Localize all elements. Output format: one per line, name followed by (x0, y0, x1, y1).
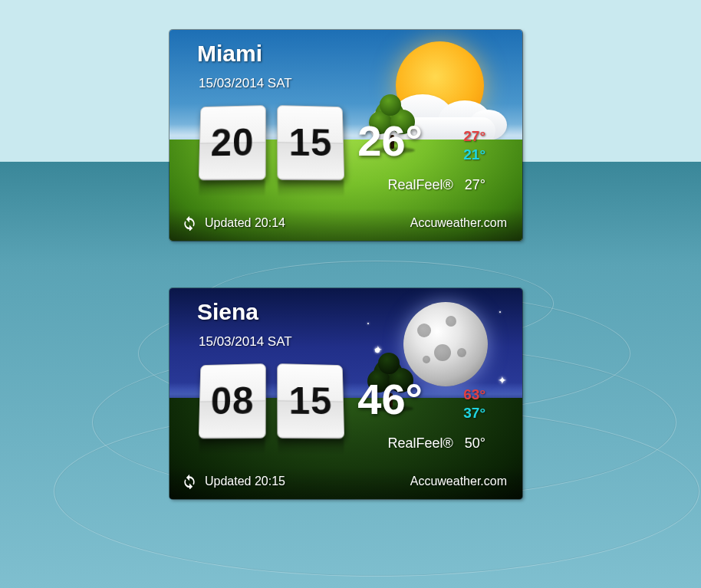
temperature-current: 26° (357, 116, 423, 166)
clock-minutes-text: 15 (288, 379, 333, 423)
updated-label: Updated 20:15 (205, 475, 285, 488)
source-link[interactable]: Accuweather.com (410, 216, 507, 230)
clock-hours-text: 08 (210, 379, 255, 423)
temperature-low: 21° (463, 146, 485, 163)
wallpaper: Miami 15/03/2014 SAT 20 15 26° 27° 21° R… (0, 0, 701, 588)
star-icon (367, 323, 369, 324)
refresh-button[interactable]: Updated 20:14 (182, 215, 285, 231)
refresh-button[interactable]: Updated 20:15 (182, 474, 285, 489)
date-label: 15/03/2014 SAT (199, 334, 292, 350)
star-icon (499, 311, 501, 313)
realfeel-label: RealFeel® (387, 435, 453, 451)
refresh-icon (182, 215, 197, 231)
weather-widget-miami[interactable]: Miami 15/03/2014 SAT 20 15 26° 27° 21° R… (169, 30, 522, 241)
realfeel-label: RealFeel® (387, 177, 453, 192)
city-name: Siena (197, 299, 258, 325)
clock-minutes: 15 (277, 363, 344, 439)
realfeel-row: RealFeel® 50° (332, 435, 485, 452)
clock-minutes-text: 15 (288, 120, 333, 165)
widget-footer: Updated 20:15 Accuweather.com (169, 467, 522, 499)
clock-hours: 08 (199, 363, 266, 439)
temperature-current: 46° (357, 374, 423, 424)
realfeel-value: 27° (465, 177, 485, 192)
weather-widget-siena[interactable]: ✦ ✦ Siena 15/03/2014 SAT 08 15 (169, 288, 522, 499)
realfeel-value: 50° (465, 435, 485, 451)
temperature-high: 27° (463, 128, 485, 145)
clock-hours: 20 (199, 105, 266, 180)
temperature-low: 37° (463, 405, 485, 422)
updated-label: Updated 20:14 (205, 216, 285, 230)
date-label: 15/03/2014 SAT (199, 76, 292, 91)
city-name: Miami (197, 41, 262, 67)
temperature-high: 63° (463, 386, 485, 403)
sparkle-icon: ✦ (498, 374, 507, 386)
source-link[interactable]: Accuweather.com (410, 475, 507, 488)
clock-hours-text: 20 (210, 120, 255, 165)
flip-clock[interactable]: 08 15 (199, 363, 344, 439)
refresh-icon (182, 474, 197, 489)
realfeel-row: RealFeel® 27° (332, 177, 485, 193)
widget-footer: Updated 20:14 Accuweather.com (169, 209, 522, 241)
clock-minutes: 15 (277, 105, 344, 180)
flip-clock[interactable]: 20 15 (199, 105, 344, 180)
